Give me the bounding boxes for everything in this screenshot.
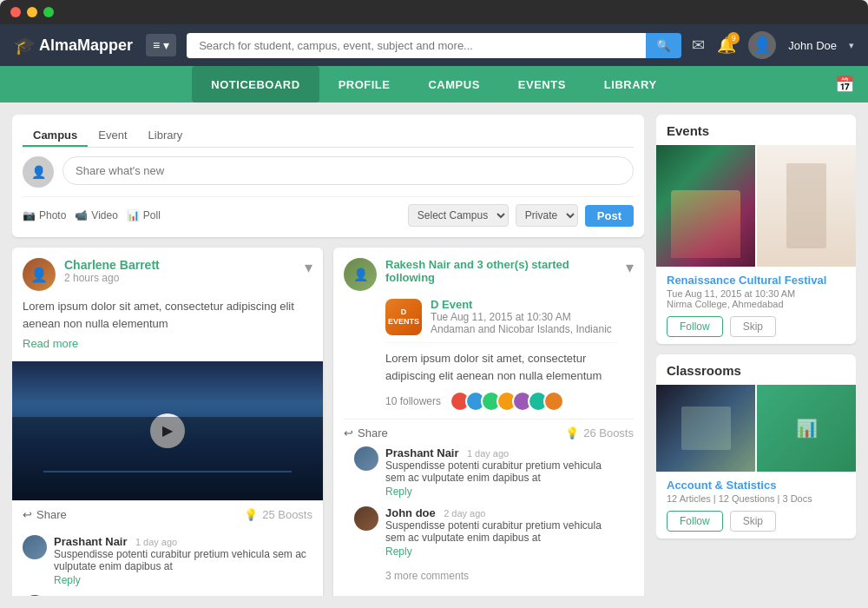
- video-action[interactable]: 📹 Video: [75, 209, 117, 221]
- event-card-1-venue: Nirma College, Ahmedabad: [667, 299, 845, 309]
- comment-johndoe-2: John doe 2 day ago Suspendisse potenti c…: [354, 506, 623, 558]
- mail-button[interactable]: ✉: [692, 36, 705, 55]
- share-icon: ↩: [23, 508, 32, 521]
- search-input[interactable]: [187, 33, 646, 58]
- reply-link-3[interactable]: Reply: [385, 486, 623, 498]
- notification-button[interactable]: 🔔 9: [717, 36, 736, 55]
- post-image: ▶: [12, 361, 323, 500]
- prashant-avatar-2: [354, 446, 378, 471]
- post-author[interactable]: Charlene Barrett: [64, 258, 296, 272]
- post-card-charlene: 👤 Charlene Barrett 2 hours ago ▾ Lorem i…: [12, 248, 323, 596]
- post-footer: ↩ Share 💡 25 Boosts: [12, 500, 323, 528]
- prashant-avatar: [23, 535, 47, 559]
- nav-library[interactable]: LIBRARY: [585, 66, 676, 102]
- right-sidebar: Events Renaissance Cultural Festival Tue…: [656, 115, 856, 596]
- comment-johndoe: John doe 2 day ago Suspendisse potenti c…: [23, 595, 312, 597]
- charlene-avatar: 👤: [23, 258, 56, 291]
- menu-icon: ≡: [153, 38, 160, 52]
- menu-button[interactable]: ≡ ▾: [146, 34, 176, 56]
- photo-action[interactable]: 📷 Photo: [23, 209, 66, 221]
- more-comments-2[interactable]: 3 more comments: [354, 566, 623, 585]
- nav-profile[interactable]: PROFILE: [319, 66, 410, 102]
- event-name[interactable]: D Event: [431, 298, 617, 311]
- johndoe-avatar: [23, 595, 47, 597]
- event-card-1-date: Tue Aug 11, 2015 at 10:30 AM: [667, 288, 845, 299]
- following-meta: Rakesh Nair and 3 other(s) started follo…: [385, 258, 617, 412]
- feed-area: Campus Event Library 👤 📷 Photo 📹 Video 📊…: [12, 115, 644, 596]
- read-more-link[interactable]: Read more: [23, 335, 312, 353]
- event-btns: Follow Skip: [667, 316, 845, 337]
- user-name[interactable]: John Doe: [788, 39, 837, 52]
- events-sidebar-card: Events Renaissance Cultural Festival Tue…: [656, 115, 856, 344]
- post-time: 2 hours ago: [64, 272, 296, 284]
- tab-library[interactable]: Library: [138, 125, 194, 147]
- privacy-select[interactable]: Private: [516, 204, 578, 227]
- event-location: Andaman and Nicobar Islands, Indianic: [431, 323, 617, 335]
- close-dot[interactable]: [10, 7, 21, 17]
- event-card-1-name[interactable]: Renaissance Cultural Festival: [667, 274, 845, 287]
- events-images: [656, 145, 856, 267]
- event-thumb-1: [656, 145, 755, 267]
- classrooms-images: 📊: [656, 385, 856, 472]
- calendar-icon[interactable]: 📅: [835, 75, 854, 94]
- classroom-1-stats: 12 Articles | 12 Questions | 3 Docs: [667, 493, 845, 504]
- logo: 🎓 AlmaMapper: [14, 35, 135, 56]
- rakesh-avatar: 👤: [344, 258, 377, 291]
- post-button[interactable]: Post: [585, 205, 634, 227]
- nav-events[interactable]: EVENTS: [499, 66, 585, 102]
- event-icon: DEVENTS: [385, 299, 422, 335]
- comment-body-4: John doe 2 day ago Suspendisse potenti c…: [385, 506, 623, 558]
- composer-right: Select Campus Private Post: [408, 204, 634, 227]
- comment-body-2: John doe 2 day ago Suspendisse potenti c…: [54, 595, 312, 597]
- follow-event-btn[interactable]: Follow: [667, 316, 723, 337]
- boost-icon-2: 💡: [565, 426, 579, 439]
- maximize-dot[interactable]: [43, 7, 54, 17]
- post-body: Lorem ipsum dolor sit amet, consectetur …: [12, 298, 323, 361]
- tab-event[interactable]: Event: [88, 125, 137, 147]
- event-info: D Event Tue Aug 11, 2015 at 10:30 AM And…: [431, 298, 617, 335]
- classrooms-title: Classrooms: [656, 354, 856, 385]
- post-header: 👤 Charlene Barrett 2 hours ago ▾: [12, 248, 323, 298]
- search-button[interactable]: 🔍: [646, 33, 681, 58]
- classrooms-sidebar-card: Classrooms 📊 Account & Statistics 12 Art…: [656, 354, 856, 539]
- following-share-btn[interactable]: ↩ Share: [344, 426, 388, 439]
- nav-campus[interactable]: CAMPUS: [409, 66, 498, 102]
- post-more-icon[interactable]: ▾: [305, 258, 312, 277]
- topbar: 🎓 AlmaMapper ≡ ▾ 🔍 ✉ 🔔 9 👤 John Doe ▾: [0, 24, 868, 66]
- reply-link-4[interactable]: Reply: [385, 545, 623, 558]
- right-column: 👤 Rakesh Nair and 3 other(s) started fol…: [333, 248, 644, 596]
- event-card-1-info: Renaissance Cultural Festival Tue Aug 11…: [656, 267, 856, 344]
- minimize-dot[interactable]: [27, 7, 37, 17]
- user-chevron-icon: ▾: [849, 40, 854, 51]
- post-image-inner: ▶: [12, 361, 323, 500]
- following-header: 👤 Rakesh Nair and 3 other(s) started fol…: [344, 258, 634, 412]
- event-item: DEVENTS D Event Tue Aug 11, 2015 at 10:3…: [385, 291, 617, 343]
- topbar-actions: ✉ 🔔 9 👤 John Doe ▾: [692, 31, 854, 59]
- notification-badge: 9: [727, 32, 740, 44]
- following-more-icon[interactable]: ▾: [626, 258, 634, 277]
- main-content: Campus Event Library 👤 📷 Photo 📹 Video 📊…: [0, 102, 868, 608]
- nav-noticeboard[interactable]: NOTICEBOARD: [192, 66, 319, 102]
- reply-link[interactable]: Reply: [54, 574, 312, 586]
- share-icon-2: ↩: [344, 426, 353, 439]
- following-footer: ↩ Share 💡 26 Boosts: [344, 419, 634, 439]
- poll-action[interactable]: 📊 Poll: [127, 209, 161, 221]
- classroom-1-name[interactable]: Account & Statistics: [667, 479, 845, 492]
- comment-body-3: Prashant Nair 1 day ago Suspendisse pote…: [385, 446, 623, 498]
- follow-classroom-btn[interactable]: Follow: [667, 511, 723, 532]
- skip-event-btn[interactable]: Skip: [730, 316, 776, 337]
- tab-campus[interactable]: Campus: [23, 125, 88, 147]
- logo-text: AlmaMapper: [39, 36, 133, 55]
- classroom-1-info: Account & Statistics 12 Articles | 12 Qu…: [656, 472, 856, 539]
- composer-body: 👤: [23, 156, 634, 188]
- campus-select[interactable]: Select Campus: [408, 204, 509, 227]
- skip-classroom-btn[interactable]: Skip: [730, 511, 776, 532]
- followers-row: 10 followers: [385, 391, 617, 412]
- boost-icon: 💡: [244, 508, 258, 521]
- event-date: Tue Aug 11, 2015 at 10:30 AM: [431, 311, 617, 323]
- composer-input[interactable]: [62, 156, 634, 185]
- share-button[interactable]: ↩ Share: [23, 508, 67, 521]
- follower-name[interactable]: Rakesh Nair: [385, 258, 450, 271]
- search-bar: 🔍: [187, 33, 681, 58]
- composer-avatar: 👤: [23, 156, 54, 188]
